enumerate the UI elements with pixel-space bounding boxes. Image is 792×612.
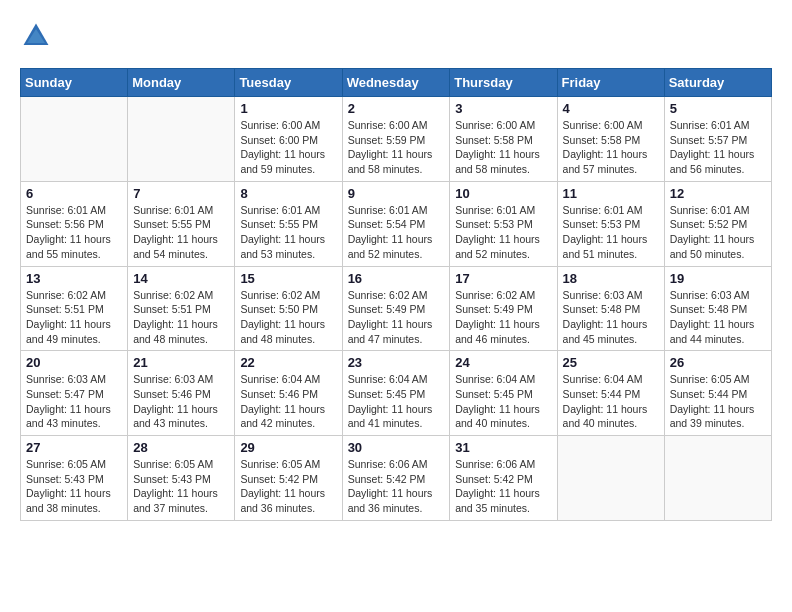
week-row-2: 6Sunrise: 6:01 AM Sunset: 5:56 PM Daylig… (21, 181, 772, 266)
day-info: Sunrise: 6:01 AM Sunset: 5:57 PM Dayligh… (670, 118, 766, 177)
day-number: 30 (348, 440, 445, 455)
calendar-cell: 27Sunrise: 6:05 AM Sunset: 5:43 PM Dayli… (21, 436, 128, 521)
day-info: Sunrise: 6:03 AM Sunset: 5:48 PM Dayligh… (563, 288, 659, 347)
day-info: Sunrise: 6:02 AM Sunset: 5:51 PM Dayligh… (26, 288, 122, 347)
day-info: Sunrise: 6:01 AM Sunset: 5:54 PM Dayligh… (348, 203, 445, 262)
weekday-header-saturday: Saturday (664, 69, 771, 97)
day-info: Sunrise: 6:03 AM Sunset: 5:48 PM Dayligh… (670, 288, 766, 347)
day-info: Sunrise: 6:05 AM Sunset: 5:43 PM Dayligh… (133, 457, 229, 516)
calendar-cell: 14Sunrise: 6:02 AM Sunset: 5:51 PM Dayli… (128, 266, 235, 351)
day-number: 21 (133, 355, 229, 370)
day-number: 2 (348, 101, 445, 116)
day-number: 5 (670, 101, 766, 116)
calendar-cell: 15Sunrise: 6:02 AM Sunset: 5:50 PM Dayli… (235, 266, 342, 351)
day-number: 3 (455, 101, 551, 116)
calendar-cell: 1Sunrise: 6:00 AM Sunset: 6:00 PM Daylig… (235, 97, 342, 182)
calendar-cell: 8Sunrise: 6:01 AM Sunset: 5:55 PM Daylig… (235, 181, 342, 266)
calendar-cell: 25Sunrise: 6:04 AM Sunset: 5:44 PM Dayli… (557, 351, 664, 436)
calendar-cell: 22Sunrise: 6:04 AM Sunset: 5:46 PM Dayli… (235, 351, 342, 436)
calendar-cell: 5Sunrise: 6:01 AM Sunset: 5:57 PM Daylig… (664, 97, 771, 182)
day-number: 29 (240, 440, 336, 455)
calendar-cell: 29Sunrise: 6:05 AM Sunset: 5:42 PM Dayli… (235, 436, 342, 521)
calendar-cell: 7Sunrise: 6:01 AM Sunset: 5:55 PM Daylig… (128, 181, 235, 266)
day-info: Sunrise: 6:05 AM Sunset: 5:43 PM Dayligh… (26, 457, 122, 516)
calendar-cell: 11Sunrise: 6:01 AM Sunset: 5:53 PM Dayli… (557, 181, 664, 266)
calendar-cell: 12Sunrise: 6:01 AM Sunset: 5:52 PM Dayli… (664, 181, 771, 266)
calendar-cell (21, 97, 128, 182)
logo-icon (20, 20, 52, 52)
weekday-header-sunday: Sunday (21, 69, 128, 97)
day-number: 24 (455, 355, 551, 370)
calendar-cell: 3Sunrise: 6:00 AM Sunset: 5:58 PM Daylig… (450, 97, 557, 182)
calendar-cell (128, 97, 235, 182)
day-number: 31 (455, 440, 551, 455)
day-info: Sunrise: 6:02 AM Sunset: 5:51 PM Dayligh… (133, 288, 229, 347)
day-number: 6 (26, 186, 122, 201)
day-info: Sunrise: 6:00 AM Sunset: 5:59 PM Dayligh… (348, 118, 445, 177)
day-number: 27 (26, 440, 122, 455)
calendar-cell: 17Sunrise: 6:02 AM Sunset: 5:49 PM Dayli… (450, 266, 557, 351)
day-number: 23 (348, 355, 445, 370)
day-info: Sunrise: 6:03 AM Sunset: 5:46 PM Dayligh… (133, 372, 229, 431)
day-number: 14 (133, 271, 229, 286)
day-number: 12 (670, 186, 766, 201)
day-number: 17 (455, 271, 551, 286)
calendar-cell: 31Sunrise: 6:06 AM Sunset: 5:42 PM Dayli… (450, 436, 557, 521)
day-number: 18 (563, 271, 659, 286)
calendar-cell: 30Sunrise: 6:06 AM Sunset: 5:42 PM Dayli… (342, 436, 450, 521)
day-number: 4 (563, 101, 659, 116)
calendar-cell: 16Sunrise: 6:02 AM Sunset: 5:49 PM Dayli… (342, 266, 450, 351)
day-number: 13 (26, 271, 122, 286)
weekday-header-row: SundayMondayTuesdayWednesdayThursdayFrid… (21, 69, 772, 97)
weekday-header-wednesday: Wednesday (342, 69, 450, 97)
calendar-cell (664, 436, 771, 521)
day-number: 11 (563, 186, 659, 201)
day-number: 7 (133, 186, 229, 201)
day-number: 16 (348, 271, 445, 286)
calendar-cell: 4Sunrise: 6:00 AM Sunset: 5:58 PM Daylig… (557, 97, 664, 182)
day-number: 10 (455, 186, 551, 201)
day-number: 28 (133, 440, 229, 455)
calendar-cell: 9Sunrise: 6:01 AM Sunset: 5:54 PM Daylig… (342, 181, 450, 266)
day-info: Sunrise: 6:01 AM Sunset: 5:56 PM Dayligh… (26, 203, 122, 262)
weekday-header-tuesday: Tuesday (235, 69, 342, 97)
calendar-cell: 19Sunrise: 6:03 AM Sunset: 5:48 PM Dayli… (664, 266, 771, 351)
day-number: 8 (240, 186, 336, 201)
weekday-header-thursday: Thursday (450, 69, 557, 97)
day-info: Sunrise: 6:06 AM Sunset: 5:42 PM Dayligh… (348, 457, 445, 516)
day-number: 19 (670, 271, 766, 286)
calendar-cell: 23Sunrise: 6:04 AM Sunset: 5:45 PM Dayli… (342, 351, 450, 436)
day-number: 22 (240, 355, 336, 370)
day-number: 20 (26, 355, 122, 370)
calendar-cell: 28Sunrise: 6:05 AM Sunset: 5:43 PM Dayli… (128, 436, 235, 521)
day-number: 26 (670, 355, 766, 370)
day-info: Sunrise: 6:05 AM Sunset: 5:44 PM Dayligh… (670, 372, 766, 431)
week-row-3: 13Sunrise: 6:02 AM Sunset: 5:51 PM Dayli… (21, 266, 772, 351)
day-number: 25 (563, 355, 659, 370)
week-row-1: 1Sunrise: 6:00 AM Sunset: 6:00 PM Daylig… (21, 97, 772, 182)
day-info: Sunrise: 6:01 AM Sunset: 5:53 PM Dayligh… (455, 203, 551, 262)
day-number: 9 (348, 186, 445, 201)
day-info: Sunrise: 6:00 AM Sunset: 5:58 PM Dayligh… (455, 118, 551, 177)
day-number: 15 (240, 271, 336, 286)
weekday-header-monday: Monday (128, 69, 235, 97)
day-info: Sunrise: 6:00 AM Sunset: 5:58 PM Dayligh… (563, 118, 659, 177)
logo (20, 20, 56, 52)
weekday-header-friday: Friday (557, 69, 664, 97)
calendar-table: SundayMondayTuesdayWednesdayThursdayFrid… (20, 68, 772, 521)
day-number: 1 (240, 101, 336, 116)
calendar-cell: 21Sunrise: 6:03 AM Sunset: 5:46 PM Dayli… (128, 351, 235, 436)
calendar-cell: 26Sunrise: 6:05 AM Sunset: 5:44 PM Dayli… (664, 351, 771, 436)
day-info: Sunrise: 6:04 AM Sunset: 5:44 PM Dayligh… (563, 372, 659, 431)
day-info: Sunrise: 6:01 AM Sunset: 5:52 PM Dayligh… (670, 203, 766, 262)
day-info: Sunrise: 6:01 AM Sunset: 5:55 PM Dayligh… (240, 203, 336, 262)
calendar-cell: 6Sunrise: 6:01 AM Sunset: 5:56 PM Daylig… (21, 181, 128, 266)
day-info: Sunrise: 6:06 AM Sunset: 5:42 PM Dayligh… (455, 457, 551, 516)
day-info: Sunrise: 6:02 AM Sunset: 5:49 PM Dayligh… (455, 288, 551, 347)
day-info: Sunrise: 6:01 AM Sunset: 5:55 PM Dayligh… (133, 203, 229, 262)
calendar-cell: 13Sunrise: 6:02 AM Sunset: 5:51 PM Dayli… (21, 266, 128, 351)
day-info: Sunrise: 6:04 AM Sunset: 5:46 PM Dayligh… (240, 372, 336, 431)
page-header (20, 20, 772, 52)
day-info: Sunrise: 6:02 AM Sunset: 5:50 PM Dayligh… (240, 288, 336, 347)
day-info: Sunrise: 6:01 AM Sunset: 5:53 PM Dayligh… (563, 203, 659, 262)
